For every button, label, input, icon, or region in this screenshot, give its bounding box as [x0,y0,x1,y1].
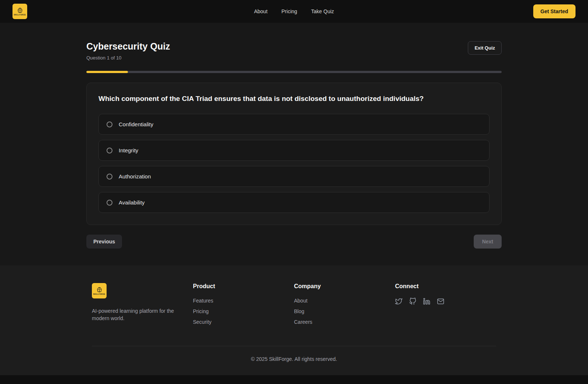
brain-icon [17,7,23,14]
footer-link-about[interactable]: About [294,298,395,304]
quiz-nav: Previous Next [86,235,502,249]
nav-link-pricing[interactable]: Pricing [282,8,297,14]
option-row-integrity[interactable]: Integrity [98,140,490,161]
logo-wordmark: SKILLFORGE [93,293,105,295]
get-started-button[interactable]: Get Started [533,4,576,18]
footer-column-title: Company [294,283,395,290]
navbar-left: SKILLFORGE [12,4,254,19]
quiz-header: Cybersecurity Quiz Question 1 of 10 Exit… [86,41,502,61]
linkedin-icon[interactable] [423,298,430,305]
social-links [395,298,496,305]
progress-fill [86,71,128,73]
previous-button[interactable]: Previous [86,235,122,249]
question-card: Which component of the CIA Triad ensures… [86,83,502,225]
footer-link-pricing[interactable]: Pricing [193,308,294,314]
footer-link-security[interactable]: Security [193,319,294,325]
option-label: Integrity [119,147,138,153]
radio-icon [107,200,112,206]
option-row-authorization[interactable]: Authorization [98,166,490,187]
page-title: Cybersecurity Quiz [86,41,170,52]
radio-icon [107,174,112,180]
option-label: Authorization [119,173,151,180]
footer-column-title: Connect [395,283,496,290]
radio-icon [107,148,112,153]
github-icon[interactable] [409,298,416,305]
exit-quiz-button[interactable]: Exit Quiz [468,41,502,55]
brain-icon [96,287,103,293]
radio-icon [107,122,112,127]
options-list: Confidentiality Integrity Authorization … [98,114,490,213]
logo[interactable]: SKILLFORGE [12,4,27,19]
twitter-icon[interactable] [395,298,402,305]
navbar: SKILLFORGE About Pricing Take Quiz Get S… [0,0,588,23]
question-progress-label: Question 1 of 10 [86,55,170,61]
footer-link-careers[interactable]: Careers [294,319,395,325]
navbar-right: Get Started [334,4,576,18]
quiz-page: Cybersecurity Quiz Question 1 of 10 Exit… [0,23,588,265]
copyright-text: © 2025 SkillForge. All rights reserved. [92,346,496,375]
footer-tagline: AI-powered learning platform for the mod… [92,307,178,322]
footer-column-connect: Connect [395,283,496,330]
next-button[interactable]: Next [474,235,502,249]
progress-bar [86,71,502,73]
nav-link-take-quiz[interactable]: Take Quiz [311,8,334,14]
footer-column-title: Product [193,283,294,290]
footer-column-company: Company About Blog Careers [294,283,395,330]
footer-column-product: Product Features Pricing Security [193,283,294,330]
footer-brand: SKILLFORGE AI-powered learning platform … [92,283,193,330]
option-label: Confidentiality [119,121,153,127]
logo-wordmark: SKILLFORGE [14,14,26,16]
nav-links: About Pricing Take Quiz [254,8,334,14]
nav-link-about[interactable]: About [254,8,268,14]
mail-icon[interactable] [437,298,444,305]
footer-link-features[interactable]: Features [193,298,294,304]
footer-logo[interactable]: SKILLFORGE [92,283,107,298]
option-row-confidentiality[interactable]: Confidentiality [98,114,490,135]
option-row-availability[interactable]: Availability [98,192,490,213]
footer: SKILLFORGE AI-powered learning platform … [0,265,588,375]
footer-link-blog[interactable]: Blog [294,308,395,314]
option-label: Availability [119,199,145,206]
question-text: Which component of the CIA Triad ensures… [98,95,490,103]
